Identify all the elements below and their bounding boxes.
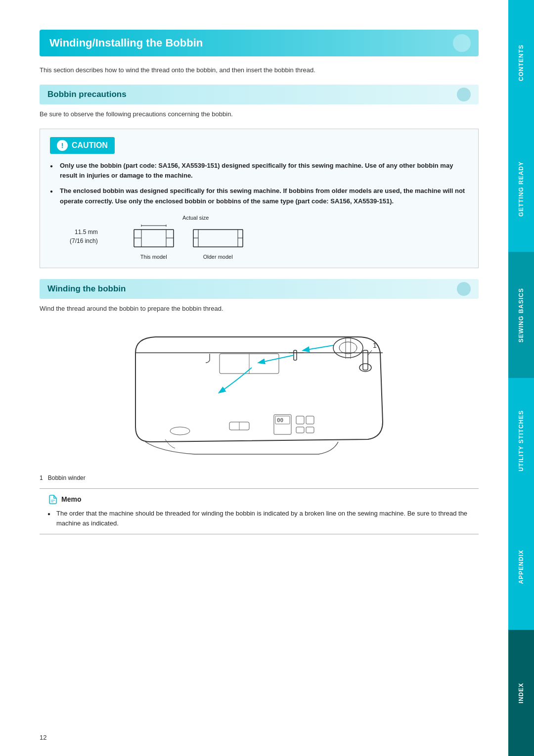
svg-point-21	[339, 342, 357, 354]
this-model-svg	[132, 225, 176, 252]
memo-list: The order that the machine should be thr…	[47, 509, 471, 529]
caution-item-1: Only use the bobbin (part code: SA156, X…	[50, 161, 468, 182]
svg-rect-38	[296, 416, 304, 424]
memo-item-1-text: The order that the machine should be thr…	[56, 510, 467, 527]
caution-icon: !	[57, 140, 68, 151]
sidebar-item-getting-ready[interactable]: GETTING READY	[508, 126, 534, 252]
winding-intro: Wind the thread around the bobbin to pre…	[40, 304, 479, 314]
svg-rect-39	[306, 416, 314, 424]
main-content: Winding/Installing the Bobbin This secti…	[0, 0, 508, 564]
older-model-label: Older model	[203, 254, 233, 260]
winding-section: Winding the bobbin Wind the thread aroun…	[40, 279, 479, 534]
svg-point-20	[333, 338, 363, 358]
caution-item-2-text: The enclosed bobbin was designed specifi…	[60, 187, 465, 205]
sidebar-item-index[interactable]: INDEX	[508, 630, 534, 756]
memo-item-1: The order that the machine should be thr…	[47, 509, 471, 529]
section-header: Winding/Installing the Bobbin	[40, 30, 479, 56]
caution-item-1-text: Only use the bobbin (part code: SA156, X…	[60, 162, 453, 180]
measurement-mm: 11.5 mm	[75, 228, 98, 236]
memo-box: Memo The order that the machine should b…	[40, 488, 479, 535]
intro-text: This section describes how to wind the t…	[40, 65, 479, 76]
bobbin-precautions-title: Bobbin precautions	[47, 90, 127, 99]
sidebar-item-appendix[interactable]: APPENDIX	[508, 504, 534, 630]
svg-text:00: 00	[277, 417, 283, 424]
caution-list: Only use the bobbin (part code: SA156, X…	[50, 161, 468, 207]
sidebar-item-utility[interactable]: UTILITY STITCHES	[508, 378, 534, 504]
memo-title: Memo	[61, 495, 81, 503]
caution-box: ! CAUTION Only use the bobbin (part code…	[40, 129, 479, 268]
page-title: Winding/Installing the Bobbin	[49, 37, 203, 49]
measurement-imperial: (7/16 inch)	[70, 236, 98, 245]
page-number: 12	[40, 734, 46, 741]
caution-label: CAUTION	[72, 141, 108, 150]
diagram-caption: 1 Bobbin winder	[40, 474, 479, 481]
winding-header: Winding the bobbin	[40, 279, 479, 299]
svg-text:1: 1	[373, 341, 377, 349]
svg-point-44	[170, 427, 190, 435]
machine-diagram-svg: 00 1	[121, 323, 398, 467]
caption-number: 1	[40, 474, 43, 481]
winding-title: Winding the bobbin	[47, 284, 126, 294]
svg-rect-24	[363, 350, 368, 370]
bobbin-svg-area: Actual size	[132, 215, 245, 260]
winding-circle	[457, 282, 471, 296]
this-model-bobbin: This model	[132, 225, 176, 260]
diagram-labels: 11.5 mm (7/16 inch)	[70, 213, 98, 245]
older-model-bobbin: Older model	[191, 225, 245, 260]
svg-rect-41	[306, 427, 314, 433]
subsection-circle	[457, 88, 471, 101]
sidebar-item-contents[interactable]: CONTENTS	[508, 0, 534, 126]
header-circle	[453, 34, 471, 52]
bobbin-precautions-header: Bobbin precautions	[40, 85, 479, 104]
bobbin-diagram: 11.5 mm (7/16 inch) Actual size	[50, 213, 468, 260]
older-model-svg	[191, 225, 245, 252]
caption-label: Bobbin winder	[48, 474, 86, 481]
caution-header: ! CAUTION	[50, 137, 115, 154]
machine-diagram-area: 00 1	[40, 323, 479, 467]
svg-rect-40	[296, 427, 304, 433]
bobbin-row: This model	[132, 225, 245, 260]
memo-header: Memo	[47, 494, 471, 505]
memo-icon	[47, 494, 58, 505]
caution-item-2: The enclosed bobbin was designed specifi…	[50, 186, 468, 207]
sidebar: CONTENTS GETTING READY SEWING BASICS UTI…	[508, 0, 534, 756]
actual-size-label: Actual size	[182, 215, 209, 221]
svg-rect-26	[294, 350, 297, 360]
sidebar-item-sewing-basics[interactable]: SEWING BASICS	[508, 252, 534, 378]
this-model-label: This model	[140, 254, 167, 260]
bobbin-precautions-intro: Be sure to observe the following precaut…	[40, 109, 479, 120]
